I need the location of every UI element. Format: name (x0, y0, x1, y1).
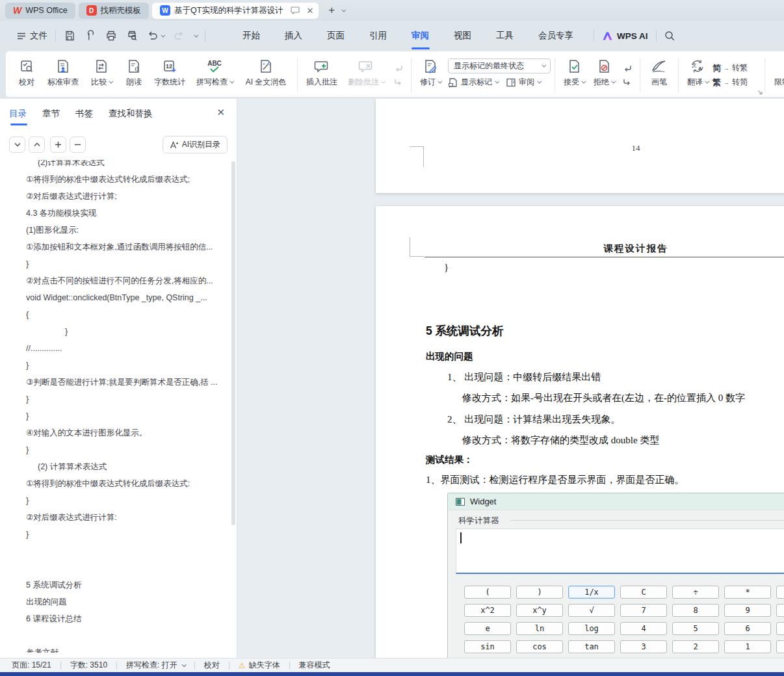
calc-button-tan[interactable]: tan (568, 640, 615, 653)
outline-item[interactable]: ①添加按钮和文本框对象,通过函数调用将按钮的信... (26, 239, 231, 255)
markup-state-select[interactable]: 显示标记的最终状态 (448, 58, 551, 73)
proofread-button[interactable]: 校对 (11, 55, 42, 95)
ai-recognize-outline-button[interactable]: AI识别目录 (163, 136, 228, 153)
tab-docer[interactable]: D 找稻壳模板 (79, 3, 150, 19)
group-expand-icon[interactable] (757, 90, 763, 96)
sidebar-scrollbar-thumb[interactable] (231, 161, 235, 525)
status-missing-font[interactable]: ⚠缺失字体 (239, 660, 280, 671)
sidebar-tab-目录[interactable]: 目录 (9, 108, 27, 125)
collapse-all-button[interactable] (29, 136, 45, 153)
previous-revision-button[interactable] (621, 63, 633, 73)
outline-item[interactable]: //.............. (26, 340, 231, 357)
status-words[interactable]: 字数: 3510 (70, 660, 107, 671)
calc-button-([interactable]: ( (464, 586, 511, 599)
calc-button-3[interactable]: 3 (620, 640, 667, 653)
outline-item[interactable]: } (26, 391, 231, 408)
outline-item[interactable]: (1)图形化显示: (26, 222, 231, 239)
calc-button-√[interactable]: √ (568, 604, 615, 617)
calc-button-ln[interactable]: ln (516, 622, 563, 635)
standard-review-button[interactable]: 标准审查 (42, 55, 84, 95)
outline-item[interactable]: ②对点击不同的按钮进行不同的任务分发,将相应的... (26, 272, 231, 289)
calc-button[interactable] (776, 640, 784, 653)
feedback-bubble-icon[interactable] (291, 6, 300, 14)
menu-item-审阅[interactable]: 审阅 (399, 21, 441, 51)
sidebar-close-icon[interactable]: ✕ (216, 107, 225, 118)
outline-item[interactable]: ①将得到的标准中缀表达式转化成后缀表达式: (26, 475, 231, 492)
menu-item-工具[interactable]: 工具 (484, 21, 526, 51)
tab-close-icon[interactable]: ✕ (306, 6, 313, 16)
track-changes-button[interactable]: 修订 (415, 55, 445, 95)
ink-pen-button[interactable]: 画笔 (644, 55, 674, 95)
calc-button-8[interactable]: 8 (672, 604, 719, 617)
zoom-out-outline-button[interactable] (70, 136, 86, 153)
qat-more-chevron-icon[interactable] (194, 32, 198, 37)
outline-item[interactable]: } (26, 255, 231, 272)
outline-item[interactable]: { (26, 306, 231, 323)
next-comment-button[interactable] (393, 77, 404, 87)
file-menu-button[interactable]: 文件 (17, 30, 47, 42)
outline-item[interactable]: (2) 计算算术表达式 (26, 458, 231, 475)
outline-item[interactable]: ③判断是否能进行计算;就是要判断算术是否正确,括 ... (26, 374, 231, 391)
menu-item-会员专享[interactable]: 会员专享 (526, 21, 586, 51)
menu-item-开始[interactable]: 开始 (230, 21, 272, 51)
calc-button-9[interactable]: 9 (724, 604, 771, 617)
calc-button-)[interactable]: ) (516, 586, 563, 599)
print-preview-button[interactable] (126, 30, 138, 42)
outline-item[interactable]: 出现的问题 (26, 593, 231, 610)
calc-button-x^y[interactable]: x^y (516, 604, 563, 617)
calc-button-log[interactable]: log (568, 622, 615, 635)
outline-item[interactable]: 5 系统调试分析 (26, 577, 231, 593)
calc-button-÷[interactable]: ÷ (672, 586, 719, 599)
calc-button-6[interactable]: 6 (724, 622, 771, 635)
page-15[interactable]: 课程设计报告 } 5 系统调试分析 出现的问题 1、 出现问题：中缀转后缀结果出… (376, 206, 784, 658)
redo-button[interactable] (173, 31, 185, 41)
calc-button-e[interactable]: e (464, 622, 511, 635)
calc-button-*[interactable]: * (724, 586, 771, 599)
calc-button-1/x[interactable]: 1/x (568, 586, 615, 599)
save-button[interactable] (64, 30, 75, 42)
outline-item[interactable]: 4.3 各功能模块实现 (26, 205, 231, 222)
outline-item[interactable]: } (26, 408, 231, 424)
sidebar-tab-书签[interactable]: 书签 (75, 108, 93, 125)
restrict-editing-button[interactable]: 限制编辑 (769, 55, 784, 95)
menu-item-引用[interactable]: 引用 (357, 21, 399, 51)
next-revision-button[interactable] (621, 77, 633, 87)
outline-item[interactable]: ④对输入的文本进行图形化显示。 (26, 424, 231, 441)
calc-button-sin[interactable]: sin (464, 640, 511, 653)
outline-item[interactable]: 参考文献 (26, 644, 231, 653)
calc-button-1[interactable]: 1 (724, 640, 771, 653)
outline-item[interactable]: ②对后缀表达式进行计算; (26, 188, 231, 205)
outline-item[interactable]: ①将得到的标准中缀表达式转化成后缀表达式; (26, 171, 231, 188)
tab-document[interactable]: W 基于QT实现的科学计算器设计 ✕ (152, 3, 319, 19)
previous-comment-button[interactable] (393, 63, 404, 73)
search-button[interactable] (664, 31, 675, 42)
calc-button-2[interactable]: 2 (672, 640, 719, 653)
translate-button[interactable]: 文A 翻译 (683, 55, 712, 95)
expand-all-button[interactable] (9, 136, 25, 153)
outline-item[interactable]: ▼6 课程设计总结 (26, 610, 231, 627)
sidebar-tab-章节[interactable]: 章节 (42, 108, 60, 125)
tab-list-chevron-icon[interactable] (342, 7, 346, 12)
delete-comment-button[interactable]: 删除批注 (342, 55, 390, 95)
calc-button-cos[interactable]: cos (516, 640, 563, 653)
reject-button[interactable]: 拒绝 (589, 55, 619, 95)
document-workspace[interactable]: 14 课程设计报告 } 5 系统调试分析 出现的问题 1、 出现问题：中缀转后缀… (237, 99, 784, 658)
compare-button[interactable]: 比较 (84, 55, 119, 95)
status-spellcheck[interactable]: 拼写检查: 打开 (126, 660, 185, 671)
calc-button-x^2[interactable]: x^2 (464, 604, 511, 617)
outline-item[interactable]: } (26, 323, 231, 340)
undo-chevron-icon[interactable] (161, 32, 165, 37)
new-tab-button[interactable]: + (328, 4, 335, 17)
calc-button-5[interactable]: 5 (672, 622, 719, 635)
outline-item[interactable]: } (26, 357, 231, 374)
calc-button-C[interactable]: C (620, 586, 667, 599)
outline-item[interactable]: void Widget::onclicked(BtnType _type, QS… (26, 289, 231, 306)
export-pdf-button[interactable] (85, 30, 96, 42)
undo-button[interactable] (147, 31, 164, 41)
tab-wps-home[interactable]: W WPS Office (5, 3, 75, 19)
wps-ai-button[interactable]: WPS AI (602, 31, 648, 41)
read-aloud-button[interactable]: 朗读 (119, 55, 149, 95)
to-simplified-button[interactable]: 繁→ 转简 (712, 77, 761, 88)
status-compat[interactable]: 兼容模式 (299, 660, 330, 671)
menu-item-页面[interactable]: 页面 (315, 21, 357, 51)
